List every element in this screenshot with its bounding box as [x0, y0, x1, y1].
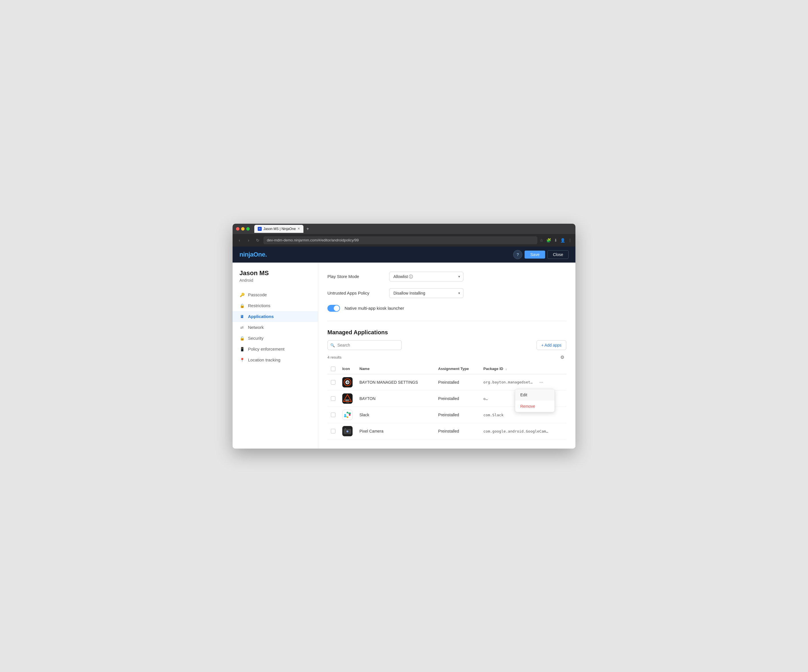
app-container: ninjaOne. ? Save Close Jason MS Android … [232, 247, 576, 449]
network-icon: ⇄ [239, 325, 245, 330]
row4-name: Pixel Camera [356, 423, 435, 439]
sidebar-item-policy-enforcement[interactable]: 📱 Policy enforcement [232, 344, 318, 355]
row3-checkbox-cell [327, 407, 339, 423]
untrusted-apps-row: Untrusted Apps Policy Disallow Installin… [327, 288, 566, 298]
new-tab-button[interactable]: + [305, 226, 311, 232]
passcode-icon: 🔑 [239, 292, 245, 297]
sidebar-item-location-tracking[interactable]: 📍 Location tracking [232, 355, 318, 365]
header-name: Name [356, 364, 435, 374]
back-button[interactable]: ‹ [236, 237, 243, 244]
kiosk-toggle[interactable] [327, 305, 340, 312]
row1-app-icon: ⚙ [342, 377, 352, 387]
tab-title: Jason MS | NinjaOne [264, 227, 296, 231]
content-area: Play Store Mode Allowlist ⓘ Blocklist Al… [318, 263, 576, 449]
table-head: Icon Name Assignment Type Package ID ↓ [327, 364, 566, 374]
svg-text:BAY: BAY [346, 399, 349, 401]
sidebar-label-location: Location tracking [248, 357, 280, 362]
context-menu-remove[interactable]: Remove [515, 400, 554, 412]
kiosk-toggle-row: Native multi-app kiosk launcher [327, 305, 566, 312]
save-button[interactable]: Save [524, 250, 545, 258]
svg-rect-10 [347, 412, 348, 414]
context-menu: Edit Remove [515, 389, 555, 412]
download-icon[interactable]: ⬇ [554, 238, 558, 243]
svg-rect-15 [348, 413, 351, 414]
url-bar[interactable]: dev-mdm-demo.ninjarmm.com/#/editor/andro… [264, 236, 538, 244]
row4-checkbox-cell [327, 423, 339, 439]
row2-checkbox[interactable] [331, 396, 336, 401]
header-assignment-type: Assignment Type [435, 364, 480, 374]
sidebar-item-passcode[interactable]: 🔑 Passcode [232, 289, 318, 300]
table-settings-icon[interactable]: ⚙ [558, 354, 566, 362]
sidebar-item-applications[interactable]: 🖥 Applications [232, 311, 318, 322]
refresh-button[interactable]: ↻ [254, 237, 261, 244]
table-container: Icon Name Assignment Type Package ID ↓ [327, 364, 566, 439]
bayton-managed-svg: ⚙ [342, 377, 352, 387]
active-tab[interactable]: N Jason MS | NinjaOne ✕ [254, 225, 304, 233]
row1-pkg-wrapper: org.bayton.managedsetti… ··· [483, 379, 563, 386]
nav-actions: ? Save Close [513, 250, 569, 259]
svg-text:TON: TON [346, 402, 349, 403]
logo-text1: ninja [239, 251, 254, 258]
browser-titlebar: N Jason MS | NinjaOne ✕ + [232, 224, 576, 234]
policy-icon: 📱 [239, 347, 245, 352]
tab-bar: N Jason MS | NinjaOne ✕ + [254, 225, 572, 233]
row3-icon-cell [339, 407, 356, 423]
kiosk-toggle-label: Native multi-app kiosk launcher [345, 306, 404, 310]
row1-package: org.bayton.managedsetti… ··· [480, 374, 566, 390]
row2-name: BAYTON [356, 390, 435, 407]
profile-section: Jason MS Android [232, 269, 318, 289]
row2-app-icon: BAY TON [342, 394, 352, 404]
play-store-mode-row: Play Store Mode Allowlist ⓘ Blocklist Al… [327, 272, 566, 282]
search-icon: 🔍 [330, 343, 335, 347]
sort-icon[interactable]: ↓ [506, 367, 507, 370]
close-button[interactable]: Close [548, 250, 569, 259]
sidebar-item-network[interactable]: ⇄ Network [232, 322, 318, 333]
maximize-window-button[interactable] [246, 227, 250, 230]
row3-checkbox[interactable] [331, 413, 336, 417]
logo: ninjaOne. [239, 251, 267, 258]
profile-platform: Android [239, 278, 311, 283]
sidebar-item-restrictions[interactable]: 🔒 Restrictions [232, 300, 318, 311]
sidebar-nav: 🔑 Passcode 🔒 Restrictions 🖥 Applications… [232, 289, 318, 365]
select-all-checkbox[interactable] [331, 367, 336, 371]
svg-rect-22 [345, 428, 346, 429]
untrusted-apps-select[interactable]: Disallow Installing Allow Installing [389, 288, 463, 298]
results-count: 4 results [327, 355, 341, 359]
svg-rect-12 [347, 416, 348, 418]
row2-package-id: o… [483, 397, 488, 401]
play-store-mode-select-wrapper: Allowlist ⓘ Blocklist All Apps ▾ [389, 272, 463, 282]
table-row: Pixel Camera Preinstalled com.google.and… [327, 423, 566, 439]
search-input[interactable] [327, 340, 402, 350]
header-checkbox-cell [327, 364, 339, 374]
forward-button[interactable]: › [245, 237, 252, 244]
table-row: ⚙ BAYTON MANAGED SETTINGS Preinstalled [327, 374, 566, 390]
row4-checkbox[interactable] [331, 429, 336, 434]
add-apps-button[interactable]: + Add apps [537, 340, 566, 350]
svg-point-21 [347, 430, 347, 431]
context-menu-edit[interactable]: Edit [515, 389, 554, 400]
sidebar-item-security[interactable]: 🔒 Security [232, 333, 318, 344]
row1-package-id: org.bayton.managedsetti… [483, 380, 535, 384]
results-row: 4 results ⚙ [327, 354, 566, 362]
extensions-icon[interactable]: 🧩 [546, 238, 551, 243]
menu-icon[interactable]: ⋮ [568, 238, 572, 243]
row1-checkbox[interactable] [331, 380, 336, 385]
svg-rect-13 [346, 414, 349, 416]
row2-assignment: Preinstalled [435, 390, 480, 407]
play-store-mode-select[interactable]: Allowlist ⓘ Blocklist All Apps [389, 272, 463, 282]
url-text: dev-mdm-demo.ninjarmm.com/#/editor/andro… [267, 238, 359, 242]
tab-close-button[interactable]: ✕ [297, 227, 300, 230]
help-button[interactable]: ? [513, 250, 522, 259]
top-nav: ninjaOne. ? Save Close [232, 247, 576, 263]
minimize-window-button[interactable] [241, 227, 245, 230]
profile-icon[interactable]: 👤 [560, 238, 565, 243]
star-icon[interactable]: ☆ [540, 238, 543, 243]
profile-name: Jason MS [239, 269, 311, 277]
row1-more-button[interactable]: ··· [537, 379, 546, 386]
row3-name: Slack [356, 407, 435, 423]
row2-checkbox-cell [327, 390, 339, 407]
close-window-button[interactable] [236, 227, 239, 230]
address-bar: ‹ › ↻ dev-mdm-demo.ninjarmm.com/#/editor… [232, 234, 576, 247]
sidebar: Jason MS Android 🔑 Passcode 🔒 Restrictio… [232, 263, 318, 449]
header-icon: Icon [339, 364, 356, 374]
